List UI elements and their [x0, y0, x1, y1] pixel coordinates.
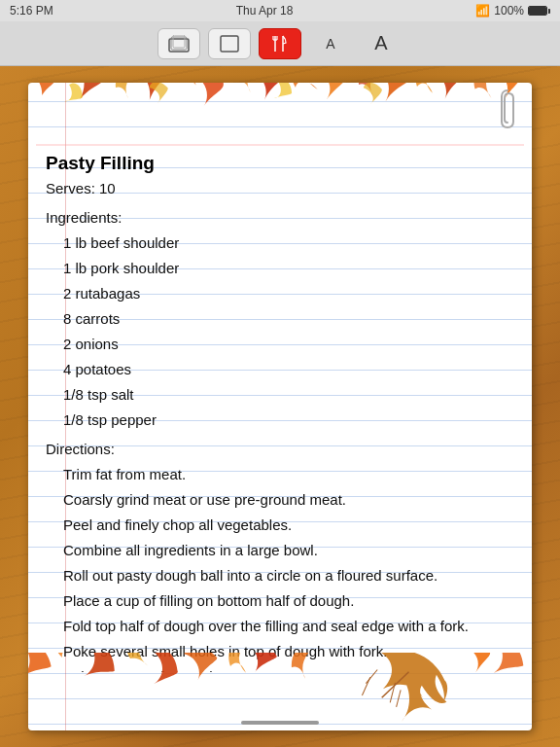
list-item: 4 potatoes [63, 357, 518, 382]
utensils-icon [270, 34, 290, 53]
decrease-font-button[interactable]: A [309, 28, 352, 59]
increase-font-button[interactable]: A [360, 28, 402, 59]
list-item: 8 carrots [63, 306, 518, 332]
top-leaves-svg [28, 83, 532, 149]
single-page-icon [220, 35, 239, 53]
list-item: Fold top half of dough over the filling … [63, 614, 518, 639]
list-item: 1/8 tsp pepper [63, 408, 518, 433]
single-page-button[interactable] [208, 28, 251, 59]
utensils-button[interactable] [259, 28, 301, 59]
directions-list: Trim fat from meat. Coarsly grind meat o… [46, 462, 518, 672]
battery-icon [528, 6, 550, 16]
list-item: Roll out pasty dough ball into a circle … [63, 563, 518, 588]
list-item: Peel and finely chop all vegetables. [63, 513, 518, 538]
svg-rect-3 [221, 36, 238, 52]
wifi-icon: 📶 [475, 4, 490, 18]
list-item: Coarsly grind meat or use pre-ground mea… [63, 487, 518, 513]
ingredients-list: 1 lb beef shoulder 1 lb pork shoulder 2 … [46, 231, 518, 433]
leaves-top-decoration [28, 83, 532, 149]
paperclip [499, 87, 516, 127]
leaves-bottom-decoration [28, 653, 532, 730]
stacked-pages-button[interactable] [158, 28, 200, 59]
list-item: Place a cup of filling on bottom half of… [63, 588, 518, 614]
small-a-label: A [326, 36, 334, 52]
list-item: Trim fat from meat. [63, 462, 518, 487]
battery-percent: 100% [494, 4, 524, 18]
status-right: 📶 100% [475, 4, 550, 18]
date-display: Thu Apr 18 [236, 4, 294, 18]
list-item: 2 rutabagas [63, 281, 518, 306]
status-bar: 5:16 PM Thu Apr 18 📶 100% [0, 0, 560, 21]
large-a-label: A [374, 32, 387, 54]
recipe-content: Pasty Filling Serves: 10 Ingredients: 1 … [46, 151, 518, 672]
status-left: 5:16 PM [10, 4, 53, 18]
wood-frame: Pasty Filling Serves: 10 Ingredients: 1 … [0, 66, 560, 747]
time-display: 5:16 PM [10, 4, 53, 18]
paperclip-svg [499, 87, 516, 129]
recipe-title: Pasty Filling [46, 151, 518, 176]
list-item: 1 lb pork shoulder [63, 256, 518, 281]
notebook: Pasty Filling Serves: 10 Ingredients: 1 … [28, 83, 532, 730]
list-item: 1 lb beef shoulder [63, 231, 518, 256]
list-item: Combine all ingredients in a large bowl. [63, 538, 518, 563]
recipe-serves: Serves: 10 [46, 176, 518, 201]
list-item: 2 onions [63, 332, 518, 357]
ingredients-header: Ingredients: [46, 205, 518, 231]
list-item: 1/8 tsp salt [63, 382, 518, 408]
stacked-pages-icon [168, 35, 190, 53]
bottom-leaves-svg [28, 653, 532, 730]
directions-header: Directions: [46, 437, 518, 462]
toolbar: A A [0, 21, 560, 66]
